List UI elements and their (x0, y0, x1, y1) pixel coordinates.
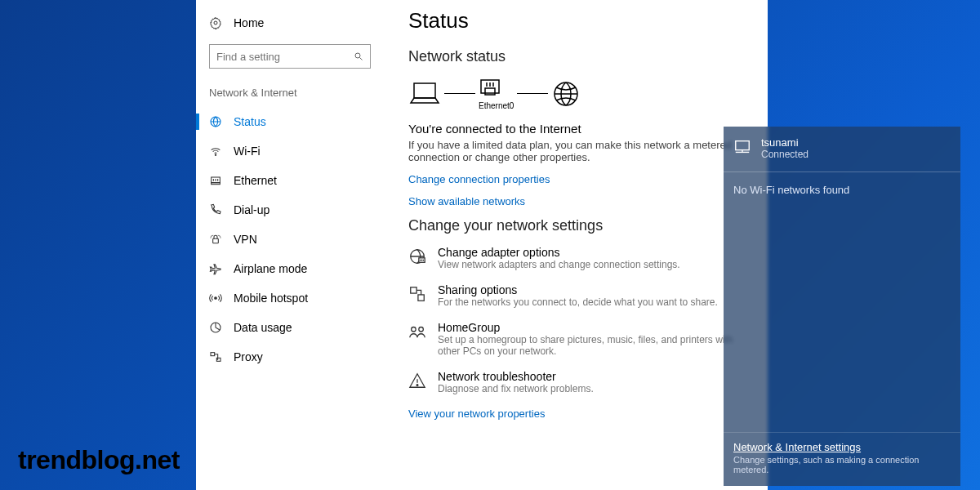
search-input-wrapper[interactable] (209, 44, 371, 69)
svg-rect-33 (736, 141, 750, 150)
wifi-icon (209, 145, 222, 158)
settings-window: Home Network & Internet Status Wi-Fi Eth… (196, 0, 768, 490)
sidebar-item-label: Dial-up (234, 203, 270, 216)
connected-heading: You're connected to the Internet (408, 122, 751, 136)
watermark: trendblog.net (18, 445, 180, 475)
home-label: Home (234, 16, 264, 29)
vpn-icon (209, 233, 222, 246)
ethernet-adapter-icon (479, 77, 501, 100)
section-network-status: Network status (408, 48, 751, 65)
proxy-icon (209, 350, 222, 363)
page-title: Status (408, 8, 751, 33)
svg-rect-6 (212, 183, 220, 185)
hotspot-icon (209, 292, 222, 305)
search-icon (354, 51, 363, 62)
diagram-line (444, 93, 475, 94)
option-homegroup[interactable]: HomeGroup Set up a homegroup to share pi… (408, 321, 751, 357)
globe-icon (551, 79, 581, 109)
settings-content: Status Network status Ethernet0 You're c… (384, 0, 768, 490)
sidebar-item-label: Wi-Fi (234, 145, 261, 158)
option-sharing[interactable]: Sharing options For the networks you con… (408, 283, 751, 308)
sidebar-item-proxy[interactable]: Proxy (196, 342, 384, 372)
connected-body: If you have a limited data plan, you can… (408, 139, 751, 163)
search-input[interactable] (216, 51, 354, 63)
link-view-network-properties[interactable]: View your network properties (408, 408, 751, 420)
data-usage-icon (209, 321, 222, 334)
option-troubleshooter[interactable]: Network troubleshooter Diagnose and fix … (408, 370, 751, 394)
svg-rect-17 (485, 88, 495, 95)
network-flyout: tsunami Connected No Wi-Fi networks foun… (724, 127, 960, 486)
sidebar-item-airplane[interactable]: Airplane mode (196, 254, 384, 283)
svg-rect-15 (414, 83, 435, 98)
option-desc: Set up a homegroup to share pictures, mu… (438, 334, 751, 357)
svg-point-1 (355, 53, 360, 58)
sidebar-item-label: Airplane mode (234, 262, 307, 275)
link-show-available-networks[interactable]: Show available networks (408, 195, 751, 207)
ethernet-icon (209, 174, 222, 187)
svg-rect-10 (213, 238, 219, 243)
sidebar-item-hotspot[interactable]: Mobile hotspot (196, 283, 384, 313)
svg-point-11 (215, 297, 217, 300)
flyout-network-name: tsunami (761, 136, 808, 149)
sidebar-item-status[interactable]: Status (196, 107, 384, 136)
homegroup-icon (408, 323, 426, 341)
sidebar-item-ethernet[interactable]: Ethernet (196, 166, 384, 195)
option-title: Change adapter options (438, 246, 680, 259)
flyout-settings-link[interactable]: Network & Internet settings Change setti… (724, 432, 960, 486)
svg-rect-28 (418, 295, 424, 301)
network-diagram: Ethernet0 (408, 77, 751, 110)
sidebar-item-label: Ethernet (234, 174, 277, 187)
sharing-icon (408, 285, 426, 303)
svg-point-30 (419, 327, 424, 332)
home-button[interactable]: Home (196, 10, 384, 36)
svg-rect-27 (411, 287, 416, 293)
sidebar-item-label: Status (234, 115, 266, 128)
svg-rect-13 (211, 353, 215, 356)
sidebar-item-vpn[interactable]: VPN (196, 225, 384, 254)
sidebar-item-data-usage[interactable]: Data usage (196, 313, 384, 342)
svg-point-0 (214, 21, 217, 24)
svg-point-4 (215, 154, 216, 155)
svg-point-32 (416, 385, 418, 386)
option-title: Sharing options (438, 283, 718, 296)
flyout-footer-desc: Change settings, such as making a connec… (733, 455, 951, 474)
sidebar-item-label: Data usage (234, 321, 292, 334)
flyout-network-item[interactable]: tsunami Connected (724, 127, 960, 172)
option-title: HomeGroup (438, 321, 751, 334)
laptop-icon (408, 80, 441, 108)
status-icon (209, 115, 222, 128)
gear-icon (209, 16, 222, 29)
section-change-network-settings: Change your network settings (408, 217, 751, 234)
adapter-options-icon (408, 247, 426, 265)
sidebar-item-label: VPN (234, 233, 257, 246)
sidebar-item-wifi[interactable]: Wi-Fi (196, 136, 384, 166)
sidebar-item-label: Proxy (234, 350, 263, 363)
diagram-adapter: Ethernet0 (479, 77, 514, 110)
sidebar-item-dialup[interactable]: Dial-up (196, 195, 384, 225)
option-desc: Diagnose and fix network problems. (438, 383, 594, 394)
airplane-icon (209, 262, 222, 275)
flyout-no-wifi: No Wi-Fi networks found (724, 172, 960, 432)
option-title: Network troubleshooter (438, 370, 594, 383)
sidebar-item-label: Mobile hotspot (234, 292, 308, 305)
flyout-footer-title: Network & Internet settings (733, 441, 951, 453)
monitor-icon (733, 138, 751, 156)
link-change-connection-properties[interactable]: Change connection properties (408, 173, 751, 185)
svg-point-29 (412, 327, 416, 332)
troubleshoot-icon (408, 372, 426, 390)
sidebar-group-header: Network & Internet (196, 82, 384, 107)
option-desc: View network adapters and change connect… (438, 259, 680, 270)
phone-icon (209, 203, 222, 216)
diagram-adapter-label: Ethernet0 (479, 101, 514, 110)
settings-sidebar: Home Network & Internet Status Wi-Fi Eth… (196, 0, 384, 490)
flyout-network-status: Connected (761, 149, 808, 160)
svg-line-2 (360, 58, 363, 60)
option-desc: For the networks you connect to, decide … (438, 296, 718, 308)
diagram-line (517, 93, 548, 94)
option-change-adapter[interactable]: Change adapter options View network adap… (408, 246, 751, 270)
